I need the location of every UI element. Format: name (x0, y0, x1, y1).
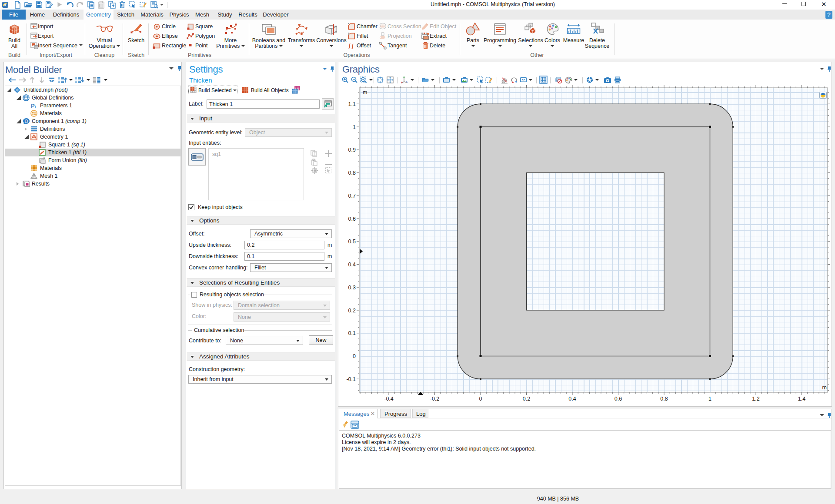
svg-text:-0.2: -0.2 (430, 396, 440, 402)
svg-text:0.6: 0.6 (348, 216, 356, 222)
svg-text:1.4: 1.4 (798, 396, 805, 402)
svg-text:m: m (363, 90, 367, 96)
svg-text:1.1: 1.1 (348, 101, 356, 107)
svg-text:0.7: 0.7 (348, 193, 356, 199)
svg-text:0.5: 0.5 (348, 239, 356, 245)
svg-text:1: 1 (353, 124, 356, 130)
svg-text:0.1: 0.1 (348, 330, 356, 336)
svg-text:0: 0 (479, 396, 482, 402)
svg-text:P: P (31, 103, 35, 109)
svg-text:Ω: Ω (25, 119, 28, 124)
svg-text:0.4: 0.4 (568, 396, 576, 402)
svg-text:0.3: 0.3 (348, 285, 356, 291)
svg-text:i: i (35, 104, 36, 109)
svg-text:0.2: 0.2 (348, 308, 356, 314)
svg-text:0.4: 0.4 (348, 262, 356, 268)
svg-text:-0.1: -0.1 (346, 376, 356, 382)
svg-text:1: 1 (708, 396, 711, 402)
svg-text:1.2: 1.2 (752, 396, 759, 402)
svg-text:m: m (822, 385, 827, 391)
svg-text:0.6: 0.6 (615, 396, 622, 402)
svg-text:0.2: 0.2 (523, 396, 530, 402)
svg-text:0: 0 (353, 353, 356, 359)
svg-text:0.8: 0.8 (660, 396, 668, 402)
svg-text:0.8: 0.8 (348, 170, 356, 176)
svg-text:0.9: 0.9 (348, 147, 356, 153)
svg-text:-0.4: -0.4 (384, 396, 394, 402)
